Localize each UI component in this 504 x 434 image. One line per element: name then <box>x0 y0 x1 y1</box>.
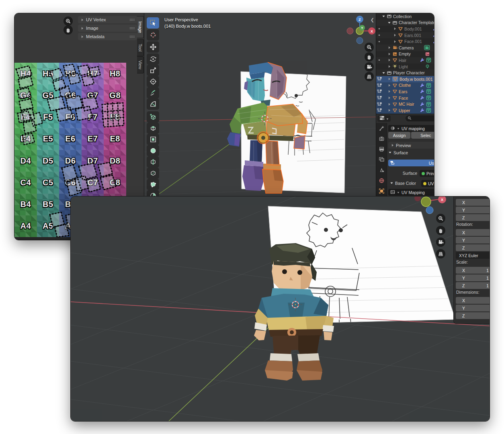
outliner-row-player-character[interactable]: Player Character <box>376 70 434 76</box>
outliner-row-face-001[interactable]: Face.001 <box>376 38 434 45</box>
outliner-row-mc-hair[interactable]: MC Hair <box>376 101 434 107</box>
tool-scale[interactable] <box>147 65 159 76</box>
outliner-row-body-001[interactable]: Body.001 <box>376 26 434 32</box>
outliner-row-ears[interactable]: Ears <box>376 88 434 95</box>
assign-button[interactable]: Assign <box>388 132 410 139</box>
tool-add-cube[interactable] <box>147 111 159 123</box>
vp1-ortho-gadget[interactable] <box>365 72 374 81</box>
uv-zoom-gadget[interactable] <box>64 16 73 26</box>
rotation-y-slider[interactable]: Y <box>456 237 490 244</box>
drag-handle-icon[interactable] <box>129 35 135 38</box>
vp1-pan-gadget[interactable] <box>365 52 374 61</box>
vp2-pan-gadget[interactable] <box>436 226 445 235</box>
outliner-row-hair[interactable]: Hair <box>376 57 434 63</box>
base-color-row-label[interactable]: Base Color <box>390 181 416 186</box>
collapse-arrow-icon[interactable] <box>387 65 391 68</box>
outliner-row-empty[interactable]: Empty <box>376 51 434 57</box>
scale-x-slider[interactable]: X1 <box>456 267 490 274</box>
editor-type-selector[interactable] <box>377 115 391 122</box>
tool-poly-build[interactable] <box>147 179 159 190</box>
wrench-icon[interactable] <box>432 33 434 38</box>
collapse-arrow-icon[interactable] <box>387 90 391 93</box>
collapse-arrow-icon[interactable] <box>387 77 391 81</box>
collapse-arrow-icon[interactable] <box>387 102 391 106</box>
tool-inset-faces[interactable] <box>147 134 159 145</box>
viewport-3d-object-mode[interactable]: X <box>71 197 490 421</box>
outliner-row-clothe[interactable]: Clothe <box>376 82 434 89</box>
preview-panel-header[interactable]: Preview <box>388 142 434 149</box>
collapse-arrow-icon[interactable] <box>387 108 391 112</box>
uv-sidebar-tab-view[interactable]: View <box>137 56 144 74</box>
uv-sidebar-tab-image[interactable]: Image <box>137 16 144 38</box>
vp1-zoom-gadget[interactable] <box>365 43 374 52</box>
scale-y-slider[interactable]: Y1 <box>456 274 490 281</box>
tool-bevel[interactable] <box>147 145 159 156</box>
meshdata-icon[interactable] <box>426 83 431 88</box>
navigation-gizmo[interactable]: X <box>414 197 446 214</box>
image-data-icon[interactable] <box>425 51 430 57</box>
drag-handle-icon[interactable] <box>129 27 135 30</box>
properties-tab-scene[interactable] <box>376 165 387 175</box>
select-button[interactable]: Selec <box>411 132 434 139</box>
tool-extrude-region[interactable] <box>147 123 159 134</box>
outliner-row-body-w-boots-001[interactable]: Body.w boots.001 <box>376 76 434 82</box>
expand-arrow-icon[interactable] <box>387 21 391 25</box>
surface-panel-header[interactable]: Surface <box>388 150 408 155</box>
use-nodes-button[interactable]: Use N <box>388 160 434 166</box>
collapse-arrow-icon[interactable] <box>393 40 397 43</box>
outliner-editor[interactable]: CollectionCharacter TemplateBody.001Ears… <box>376 13 434 114</box>
wrench-icon[interactable] <box>432 39 434 44</box>
wrench-icon[interactable] <box>420 102 425 107</box>
location-z-slider[interactable]: Z <box>456 214 490 221</box>
light-data-icon[interactable] <box>425 64 430 69</box>
collapse-arrow-icon[interactable] <box>387 84 391 87</box>
dimensions-x-slider[interactable]: X <box>456 297 490 304</box>
properties-tab-output[interactable] <box>376 144 387 154</box>
dimensions-y-slider[interactable]: Y <box>456 305 490 311</box>
outliner-row-ears-001[interactable]: Ears.001 <box>376 32 434 39</box>
surface-shader-field[interactable]: Prin <box>420 170 434 177</box>
wrench-icon[interactable] <box>420 57 425 63</box>
collapse-arrow-icon[interactable] <box>387 52 391 56</box>
tool-cursor[interactable] <box>147 29 159 41</box>
outliner-row-upper[interactable]: Upper <box>376 107 434 114</box>
meshdata-icon[interactable] <box>426 57 431 63</box>
expand-arrow-icon[interactable] <box>382 14 385 18</box>
gizmo-y-label[interactable]: Y <box>361 26 363 30</box>
tool-transform[interactable] <box>147 76 159 87</box>
collapse-arrow-icon[interactable] <box>393 27 397 31</box>
vp1-camera-view-gadget[interactable] <box>365 62 374 72</box>
gizmo-x-label[interactable]: X <box>441 198 443 202</box>
meshdata-icon[interactable] <box>426 102 431 107</box>
camera-data-icon[interactable] <box>424 45 430 50</box>
gizmo-z-label[interactable]: Z <box>359 18 361 22</box>
properties-search-input[interactable] <box>406 115 434 121</box>
collapse-arrow-icon[interactable] <box>387 96 391 100</box>
vp2-ortho-gadget[interactable] <box>436 249 445 258</box>
uv-mapping-node-field[interactable]: UV Mapping <box>388 189 434 196</box>
outliner-row-face[interactable]: Face <box>376 95 434 101</box>
location-y-slider[interactable]: Y <box>456 207 490 213</box>
wrench-icon[interactable] <box>420 83 425 88</box>
scale-z-slider[interactable]: Z1 <box>456 282 490 289</box>
collapse-arrow-icon[interactable] <box>393 33 397 37</box>
wrench-icon[interactable] <box>432 26 434 31</box>
rotation-x-slider[interactable]: X <box>456 229 490 236</box>
meshdata-icon[interactable] <box>426 95 431 100</box>
tool-move[interactable] <box>147 41 159 53</box>
tool-knife[interactable] <box>147 168 159 179</box>
panel-collapse-arrow[interactable]: ❮ <box>371 17 374 23</box>
drag-handle-icon[interactable] <box>129 18 135 21</box>
outliner-row-camera[interactable]: Camera <box>376 45 434 51</box>
properties-tab-render[interactable] <box>376 133 387 144</box>
meshdata-icon[interactable] <box>426 89 431 94</box>
wrench-icon[interactable] <box>420 108 425 113</box>
vp2-camera-view-gadget[interactable] <box>436 237 445 247</box>
outliner-row-light[interactable]: Light <box>376 63 434 70</box>
wrench-icon[interactable] <box>420 95 425 100</box>
uv-panel-uv-vertex[interactable]: UV Vertex <box>78 16 137 23</box>
material-slot-field[interactable]: UV mapping <box>388 125 434 132</box>
base-color-field[interactable]: UV <box>421 180 434 187</box>
transform-sidebar[interactable]: XYZRotation:XYZXYZ EulerScale:X1Y1Z1Dime… <box>453 197 490 324</box>
dimensions-z-slider[interactable]: Z <box>456 312 490 319</box>
